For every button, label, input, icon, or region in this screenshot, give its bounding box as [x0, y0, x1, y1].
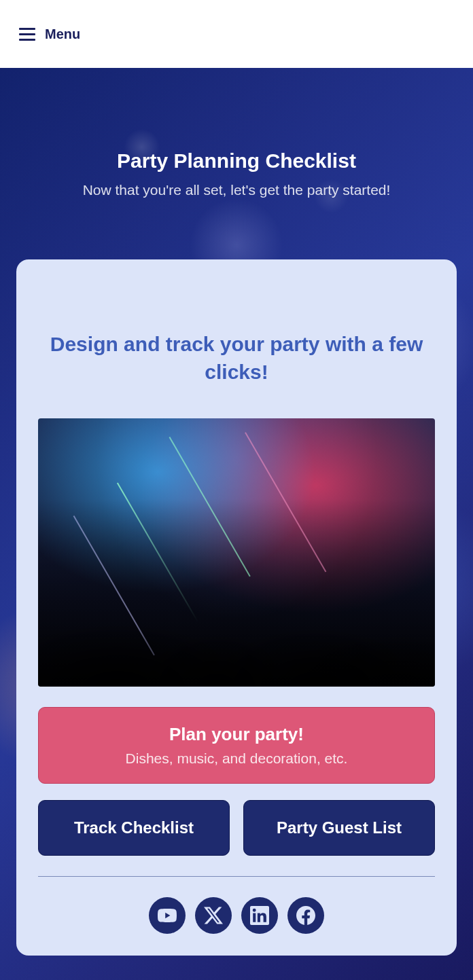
x-twitter-icon[interactable] — [195, 897, 232, 934]
main-card: Design and track your party with a few c… — [16, 259, 457, 956]
facebook-icon[interactable] — [287, 897, 324, 934]
menu-button[interactable]: Menu — [19, 26, 80, 42]
page-title: Party Planning Checklist — [16, 149, 457, 173]
plan-party-subtitle: Dishes, music, and decoration, etc. — [52, 750, 421, 767]
menu-label: Menu — [45, 26, 80, 42]
secondary-button-row: Track Checklist Party Guest List — [38, 800, 435, 856]
page-subtitle: Now that you're all set, let's get the p… — [16, 182, 457, 198]
hero-section: Party Planning Checklist Now that you're… — [0, 68, 473, 259]
party-concert-image — [38, 418, 435, 687]
track-checklist-button[interactable]: Track Checklist — [38, 800, 230, 856]
linkedin-icon[interactable] — [241, 897, 278, 934]
app-header: Menu — [0, 0, 473, 68]
hamburger-icon — [19, 28, 35, 41]
card-heading: Design and track your party with a few c… — [38, 331, 435, 386]
social-icons-row — [38, 897, 435, 934]
party-guest-list-button[interactable]: Party Guest List — [243, 800, 435, 856]
youtube-icon[interactable] — [149, 897, 186, 934]
plan-party-title: Plan your party! — [52, 724, 421, 745]
plan-party-button[interactable]: Plan your party! Dishes, music, and deco… — [38, 707, 435, 784]
divider — [38, 876, 435, 877]
